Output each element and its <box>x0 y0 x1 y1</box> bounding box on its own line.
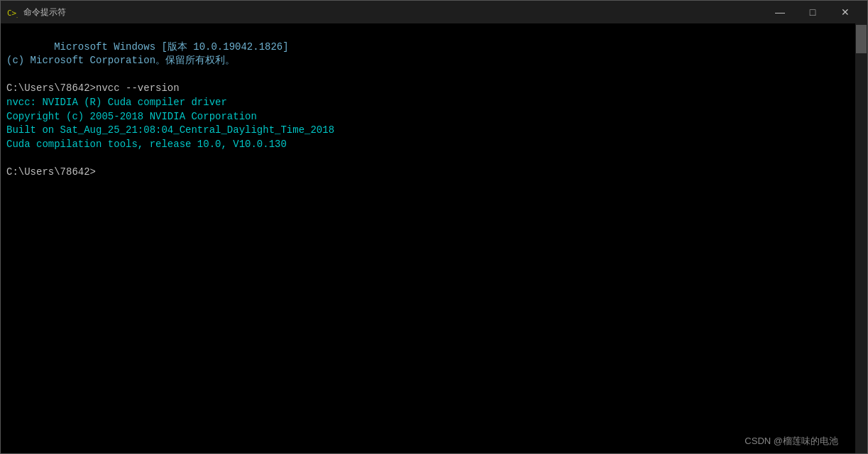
scrollbar-thumb[interactable] <box>856 25 867 53</box>
cmd-icon: C>_ <box>6 6 18 18</box>
window-controls: — □ ✕ <box>764 1 862 23</box>
title-bar: C>_ 命令提示符 — □ ✕ <box>1 1 867 23</box>
window-title: 命令提示符 <box>23 6 66 18</box>
terminal-line-prompt: C:\Users\78642> <box>6 166 96 178</box>
minimize-button[interactable]: — <box>764 1 796 23</box>
terminal-line-1: Microsoft Windows [版本 10.0.19042.1826] (… <box>6 41 289 67</box>
content-area: Microsoft Windows [版本 10.0.19042.1826] (… <box>1 23 867 453</box>
title-bar-left: C>_ 命令提示符 <box>6 6 66 18</box>
terminal-line-nvcc: nvcc: NVIDIA (R) Cuda compiler driver Co… <box>6 97 334 150</box>
maximize-button[interactable]: □ <box>796 1 829 23</box>
close-button[interactable]: ✕ <box>829 1 862 23</box>
terminal-output: Microsoft Windows [版本 10.0.19042.1826] (… <box>6 26 850 193</box>
watermark: CSDN @榴莲味的电池 <box>745 435 838 448</box>
svg-text:C>_: C>_ <box>7 9 18 18</box>
cmd-window: C>_ 命令提示符 — □ ✕ Microsoft Windows [版本 10… <box>0 0 868 454</box>
terminal[interactable]: Microsoft Windows [版本 10.0.19042.1826] (… <box>1 23 855 453</box>
terminal-line-cmd: C:\Users\78642>nvcc --version <box>6 82 180 94</box>
scrollbar[interactable] <box>855 23 867 453</box>
